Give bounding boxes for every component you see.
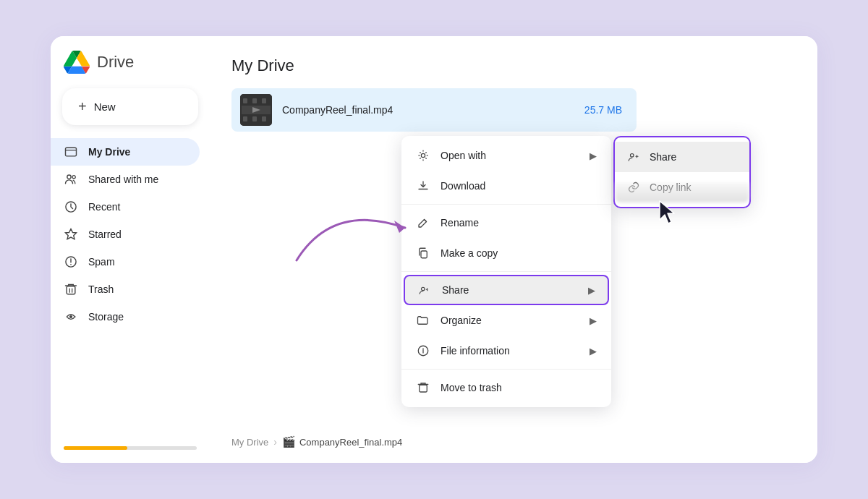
sidebar-item-shared-label: Shared with me — [88, 174, 158, 185]
recent-icon — [64, 200, 78, 214]
ctx-item-organize[interactable]: Organize ▶ — [401, 305, 611, 336]
svg-point-27 — [422, 348, 424, 349]
ctx-item-rename[interactable]: Rename — [401, 208, 611, 238]
svg-rect-18 — [262, 116, 266, 121]
sidebar-item-spam-label: Spam — [88, 256, 115, 268]
sidebar-item-starred[interactable]: Starred — [51, 221, 200, 248]
svg-point-11 — [69, 315, 72, 318]
breadcrumb-file-icon: 🎬 — [282, 435, 296, 448]
ctx-file-info-arrow: ▶ — [590, 346, 597, 357]
shared-icon — [64, 172, 78, 187]
main-content: My Drive CompanyReel_final.mp4 25.7 MB — [210, 36, 817, 463]
breadcrumb-separator: › — [273, 436, 277, 448]
ctx-download-label: Download — [441, 180, 485, 192]
breadcrumb-root: My Drive — [231, 437, 268, 448]
file-row[interactable]: CompanyReel_final.mp4 25.7 MB — [231, 88, 637, 132]
share-icon — [417, 283, 432, 297]
ctx-make-copy-label: Make a copy — [441, 247, 498, 259]
ctx-move-to-trash-label: Move to trash — [441, 382, 502, 393]
svg-rect-23 — [421, 251, 427, 258]
storage-area — [51, 433, 210, 463]
sidebar-item-my-drive[interactable]: My Drive — [51, 138, 200, 166]
storage-icon — [64, 310, 78, 324]
storage-bar-fill — [64, 446, 127, 450]
ctx-divider-1 — [401, 204, 611, 205]
ctx-organize-arrow: ▶ — [590, 315, 597, 326]
sidebar-item-trash[interactable]: Trash — [51, 276, 200, 303]
svg-point-2 — [72, 176, 75, 179]
sidebar-item-shared[interactable]: Shared with me — [51, 166, 200, 193]
breadcrumb: My Drive › 🎬 CompanyReel_final.mp4 — [231, 435, 402, 448]
ctx-share-arrow: ▶ — [588, 285, 595, 296]
file-thumbnail — [240, 94, 272, 126]
file-size: 25.7 MB — [584, 104, 628, 116]
move-to-trash-icon — [416, 380, 430, 395]
submenu-share-label: Share — [650, 151, 676, 163]
copy-icon — [416, 246, 430, 260]
breadcrumb-file: 🎬 CompanyReel_final.mp4 — [282, 435, 402, 448]
new-button-label: New — [94, 101, 116, 113]
info-icon — [416, 344, 430, 358]
submenu-item-share[interactable]: Share — [615, 142, 749, 172]
ctx-item-open-with[interactable]: Open with ▶ — [401, 140, 611, 171]
sidebar-item-recent-label: Recent — [88, 201, 120, 213]
svg-point-22 — [421, 153, 425, 157]
sidebar-item-my-drive-label: My Drive — [88, 146, 130, 158]
file-name: CompanyReel_final.mp4 — [282, 104, 393, 116]
svg-rect-14 — [252, 98, 257, 103]
context-menu: Open with ▶ Download Rename — [401, 136, 611, 407]
svg-marker-4 — [66, 229, 77, 239]
svg-point-24 — [422, 287, 425, 291]
ctx-item-make-copy[interactable]: Make a copy — [401, 238, 611, 268]
sidebar-item-spam[interactable]: Spam — [51, 248, 200, 276]
download-icon — [416, 179, 430, 193]
ctx-open-with-arrow: ▶ — [590, 150, 597, 161]
svg-point-7 — [70, 264, 72, 265]
ctx-share-label: Share — [442, 284, 469, 296]
plus-icon: + — [78, 98, 87, 115]
share-submenu: Share Copy link — [613, 136, 751, 208]
sidebar-item-recent[interactable]: Recent — [51, 193, 200, 221]
starred-icon — [64, 227, 78, 242]
ctx-file-information-label: File information — [441, 345, 510, 357]
rename-icon — [416, 216, 430, 230]
ctx-open-with-label: Open with — [441, 150, 486, 161]
ctx-item-download[interactable]: Download — [401, 171, 611, 201]
svg-point-1 — [67, 175, 71, 179]
blur-overlay — [615, 182, 749, 202]
storage-bar-background — [64, 446, 197, 450]
ctx-organize-label: Organize — [441, 315, 482, 326]
ctx-divider-3 — [401, 369, 611, 370]
ctx-item-move-to-trash[interactable]: Move to trash — [401, 372, 611, 403]
share-add-icon — [626, 150, 641, 164]
ctx-item-file-information[interactable]: File information ▶ — [401, 336, 611, 366]
ctx-divider-2 — [401, 271, 611, 272]
sidebar-item-trash-label: Trash — [88, 283, 114, 295]
ctx-item-share[interactable]: Share ▶ — [404, 275, 609, 305]
page-title: My Drive — [231, 56, 796, 75]
organize-icon — [416, 313, 430, 328]
svg-rect-28 — [420, 385, 427, 392]
app-title: Drive — [97, 53, 134, 72]
sidebar: Drive + New My Drive Shared with me Rece… — [51, 36, 210, 463]
svg-rect-8 — [67, 286, 75, 294]
logo-area: Drive — [51, 49, 210, 88]
svg-rect-13 — [243, 98, 247, 103]
trash-icon — [64, 282, 78, 297]
open-with-icon — [416, 148, 430, 163]
app-window: Drive + New My Drive Shared with me Rece… — [51, 36, 817, 463]
sidebar-item-storage-label: Storage — [88, 311, 124, 323]
svg-rect-15 — [262, 98, 266, 103]
sidebar-item-starred-label: Starred — [88, 229, 122, 240]
svg-rect-17 — [252, 116, 257, 121]
sidebar-item-storage[interactable]: Storage — [51, 303, 200, 330]
spam-icon — [64, 255, 78, 269]
my-drive-icon — [64, 145, 78, 159]
breadcrumb-file-name: CompanyReel_final.mp4 — [299, 437, 402, 448]
new-button[interactable]: + New — [62, 88, 198, 125]
svg-rect-16 — [243, 116, 247, 121]
svg-point-29 — [631, 154, 634, 158]
svg-rect-0 — [66, 148, 77, 156]
drive-logo-icon — [64, 49, 90, 75]
ctx-rename-label: Rename — [441, 217, 479, 229]
